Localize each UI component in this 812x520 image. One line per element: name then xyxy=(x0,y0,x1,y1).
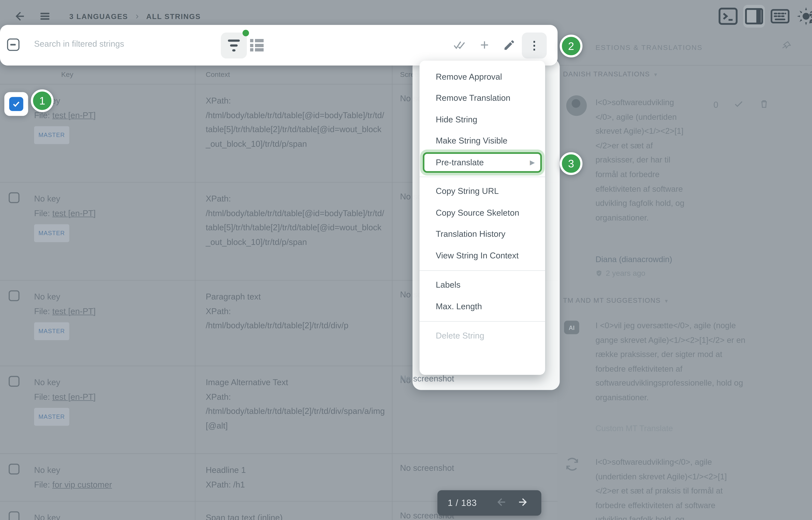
ai-badge-icon: AI xyxy=(564,321,579,334)
hamburger-menu-icon[interactable] xyxy=(37,8,53,24)
menu-item-make-string-visible[interactable]: Make String Visible xyxy=(419,130,545,152)
menu-item-max-length[interactable]: Max. Length xyxy=(419,296,545,317)
translator-name[interactable]: Diana (dianacrowdin) xyxy=(595,255,672,264)
search-input[interactable]: Search in filtered strings xyxy=(34,39,124,49)
row-context: XPath:/html/body/table/tr/td/table[@id=b… xyxy=(206,192,386,249)
master-badge: MASTER xyxy=(34,408,69,425)
menu-item-label: View String In Context xyxy=(436,251,519,260)
gear-icon[interactable] xyxy=(795,5,812,28)
context-line: Paragraph text xyxy=(206,290,386,304)
file-link[interactable]: test [en-PT] xyxy=(52,110,96,120)
breadcrumb-languages[interactable]: 3 LANGUAGES xyxy=(69,12,128,20)
file-label: File: xyxy=(34,208,50,217)
tm-mt-suggestions-header[interactable]: TM AND MT SUGGESTIONS▼ xyxy=(563,297,669,305)
menu-item-hide-string[interactable]: Hide String xyxy=(419,109,545,130)
menu-item-copy-string-url[interactable]: Copy String URL xyxy=(419,181,545,202)
menu-item-label: Make String Visible xyxy=(436,136,507,146)
menu-item-copy-source-skeleton[interactable]: Copy Source Skeleton xyxy=(419,202,545,224)
filter-icon[interactable] xyxy=(221,32,247,58)
row-checkbox[interactable] xyxy=(9,464,20,474)
menu-item-label: Remove Translation xyxy=(436,93,510,103)
file-link[interactable]: for vip customer xyxy=(52,480,112,489)
menu-item-label: Remove Approval xyxy=(436,72,502,82)
row-key: No key xyxy=(34,192,186,206)
menu-item-label: Labels xyxy=(436,280,460,290)
danish-translations-header[interactable]: DANISH TRANSLATIONS▼ xyxy=(563,70,659,78)
col-key: Key xyxy=(61,70,74,78)
mt-suggestion-text[interactable]: I <0>vil jeg oversætte</0>, agile (nogle… xyxy=(595,318,748,405)
list-view-icon[interactable] xyxy=(250,39,263,52)
tm-suggestion-text[interactable]: I<0>softwareudvikling</0>, agile (undert… xyxy=(595,455,748,520)
menu-item-remove-translation[interactable]: Remove Translation xyxy=(419,87,545,109)
pin-icon[interactable] xyxy=(780,39,792,54)
kebab-menu-icon[interactable]: ⋮ xyxy=(522,32,547,58)
master-badge: MASTER xyxy=(34,224,69,242)
context-line: XPath: /h1 xyxy=(206,477,386,492)
row-context: Paragraph textXPath:/html/body/table/tr/… xyxy=(206,290,386,333)
mt-source-label: Custom MT Translate xyxy=(595,424,673,433)
approve-icon[interactable] xyxy=(733,99,744,111)
row-context: Headline 1XPath: /h1 xyxy=(206,463,386,492)
shield-icon xyxy=(595,269,603,277)
row-checkbox[interactable] xyxy=(9,376,20,387)
approve-all-icon[interactable] xyxy=(453,38,467,52)
breadcrumb-all-strings[interactable]: ALL STRINGS xyxy=(146,12,201,20)
menu-divider xyxy=(419,321,545,321)
danish-translation-text: I<0>softwareudvikling </0>, agile (under… xyxy=(595,95,693,225)
translator-avatar xyxy=(566,95,587,116)
filter-active-dot xyxy=(243,30,249,36)
back-arrow-icon[interactable] xyxy=(11,8,27,24)
edit-icon[interactable] xyxy=(502,38,516,52)
row-key: No key xyxy=(34,463,186,477)
row-checkbox[interactable] xyxy=(9,192,20,203)
menu-item-label: Max. Length xyxy=(436,302,482,311)
context-line: XPath: xyxy=(206,390,386,404)
row-context: Span tag text (inline) xyxy=(206,511,386,520)
row-checkbox[interactable] xyxy=(9,511,20,520)
row-key: No key xyxy=(34,94,186,108)
file-link[interactable]: test [en-PT] xyxy=(52,392,96,401)
context-line: /html/body/table/tr/td/table[2]/tr/td/di… xyxy=(206,318,386,333)
menu-item-view-string-in-context[interactable]: View String In Context xyxy=(419,245,545,266)
prev-page-icon[interactable] xyxy=(494,496,506,510)
search-toolbar: Search in filtered strings + ⋮ xyxy=(0,25,558,66)
menu-item-label: Copy Source Skeleton xyxy=(436,208,519,217)
menu-item-labels[interactable]: Labels xyxy=(419,274,545,296)
menu-item-pre-translate[interactable]: Pre-translate▶ xyxy=(423,152,542,173)
context-line: /html/body/table/tr/td/table[@id=bodyTab… xyxy=(206,108,386,151)
context-line: Headline 1 xyxy=(206,463,386,477)
context-line: /html/body/table/tr/td/table[@id=bodyTab… xyxy=(206,206,386,249)
row-checkbox[interactable] xyxy=(9,290,20,301)
vote-count: 0 xyxy=(713,100,718,110)
next-page-icon[interactable] xyxy=(518,496,530,510)
file-label: File: xyxy=(34,392,50,401)
tm-sync-icon xyxy=(564,456,580,472)
select-all-checkbox[interactable] xyxy=(7,38,20,51)
trash-icon[interactable] xyxy=(759,99,769,111)
context-line: XPath: xyxy=(206,94,386,108)
file-label: File: xyxy=(34,306,50,316)
master-badge: MASTER xyxy=(34,126,69,144)
step-badge-1: 1 xyxy=(31,89,54,112)
menu-item-translation-history[interactable]: Translation History xyxy=(419,224,545,245)
menu-item-label: Pre-translate xyxy=(436,157,484,167)
suggestions-panel: ESTIONS & TRANSLATIONS DANISH TRANSLATIO… xyxy=(558,32,812,520)
file-link[interactable]: test [en-PT] xyxy=(52,306,96,316)
menu-item-label: Delete String xyxy=(436,331,484,341)
step-badge-3: 3 xyxy=(560,152,583,175)
file-link[interactable]: test [en-PT] xyxy=(52,208,96,217)
menu-item-remove-approval[interactable]: Remove Approval xyxy=(419,66,545,87)
add-string-icon[interactable]: + xyxy=(477,38,492,52)
menu-item-label: Copy String URL xyxy=(436,186,499,196)
pagination: 1 / 183 xyxy=(437,490,541,516)
file-label: File: xyxy=(34,480,50,489)
divider xyxy=(558,65,812,66)
breadcrumb-chevron-icon: › xyxy=(136,11,139,22)
row-key: No key xyxy=(34,375,186,390)
checked-checkbox[interactable] xyxy=(9,97,23,111)
side-by-side-mode-icon[interactable] xyxy=(743,5,765,28)
master-badge: MASTER xyxy=(34,322,69,340)
keyboard-shortcuts-icon[interactable] xyxy=(769,5,791,28)
row-key: No key xyxy=(34,290,186,304)
terminal-icon[interactable] xyxy=(717,5,739,28)
